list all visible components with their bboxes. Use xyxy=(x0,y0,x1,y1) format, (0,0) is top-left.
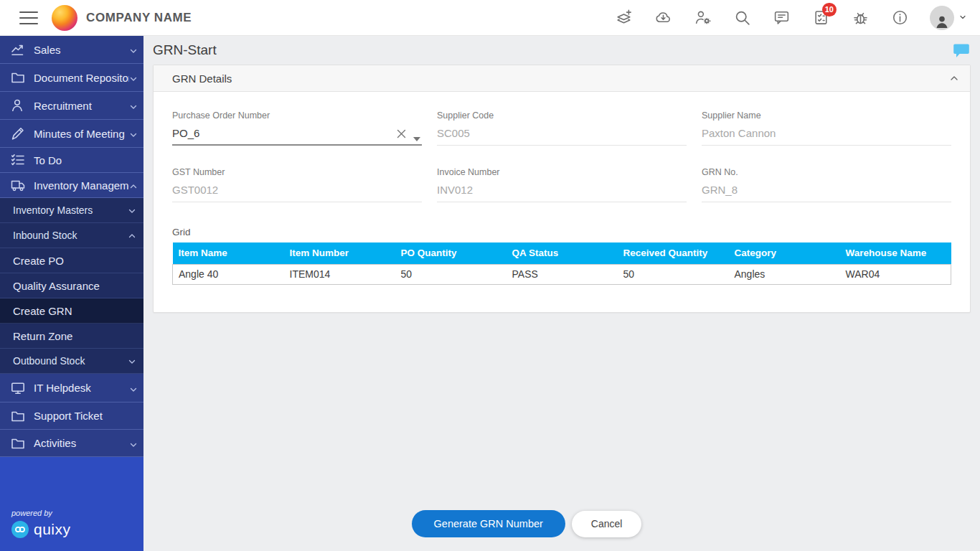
sidebar-item-inbound-stock[interactable]: Inbound Stock xyxy=(0,223,143,248)
gst-number-input[interactable]: GST0012 xyxy=(172,184,422,202)
powered-by-block: powered by quixy xyxy=(0,509,143,551)
chevron-down-icon xyxy=(128,206,136,215)
sidebar-item-sales[interactable]: Sales xyxy=(0,36,143,64)
inventory-submenu: Inventory Masters Inbound Stock Create P… xyxy=(0,198,143,374)
feedback-chat-icon[interactable] xyxy=(772,9,791,27)
action-bar: Generate GRN Number Cancel xyxy=(143,510,980,537)
cloud-download-icon[interactable] xyxy=(654,9,672,27)
field-value: Paxton Cannon xyxy=(702,127,951,139)
cancel-button[interactable]: Cancel xyxy=(572,511,642,537)
panel-body: Purchase Order Number PO_6 Supp xyxy=(154,92,970,312)
cell-po-quantity: 50 xyxy=(395,264,507,284)
sidebar-item-outbound-stock[interactable]: Outbound Stock xyxy=(0,349,143,374)
col-item-number: Item Number xyxy=(284,242,395,264)
table-row[interactable]: Angle 40 ITEM014 50 PASS 50 Angles WAR04 xyxy=(173,264,951,284)
chevron-down-icon xyxy=(129,129,138,138)
main-content: GRN-Start GRN Details Purchase Order Num… xyxy=(143,36,980,551)
chevron-down-icon xyxy=(128,357,136,365)
cell-warehouse-name: WAR04 xyxy=(840,264,951,284)
invoice-number-input[interactable]: INV012 xyxy=(437,184,687,202)
quixy-brand-name: quixy xyxy=(34,521,71,538)
cell-item-name: Angle 40 xyxy=(173,264,284,284)
sidebar-item-create-po[interactable]: Create PO xyxy=(0,248,143,273)
quixy-logo-icon xyxy=(11,521,29,538)
field-label: Supplier Name xyxy=(702,110,951,121)
bug-report-icon[interactable] xyxy=(851,9,870,27)
powered-by-label: powered by xyxy=(11,509,143,517)
field-value: GRN_8 xyxy=(702,184,951,196)
items-table: Item Name Item Number PO Quantity QA Sta… xyxy=(172,242,951,285)
table-header-row: Item Name Item Number PO Quantity QA Sta… xyxy=(173,242,951,264)
sidebar-item-inventory-masters[interactable]: Inventory Masters xyxy=(0,198,143,223)
chat-bubble-icon[interactable] xyxy=(953,42,970,58)
monitor-icon xyxy=(10,380,26,396)
chevron-up-icon[interactable] xyxy=(948,72,960,84)
chevron-up-icon xyxy=(128,231,136,240)
truck-icon xyxy=(10,177,26,193)
page-title-row: GRN-Start xyxy=(143,36,980,65)
col-received-quantity: Received Quantity xyxy=(618,242,729,264)
col-item-name: Item Name xyxy=(173,242,284,264)
sidebar-item-activities[interactable]: Activities xyxy=(0,430,143,457)
field-label: Invoice Number xyxy=(437,167,687,177)
field-value: PO_6 xyxy=(172,127,397,139)
cell-category: Angles xyxy=(729,264,840,284)
sidebar-item-support-ticket[interactable]: Support Ticket xyxy=(0,402,143,430)
field-value: SC005 xyxy=(437,127,687,139)
generate-grn-number-button[interactable]: Generate GRN Number xyxy=(412,510,565,537)
todo-list-icon xyxy=(10,152,26,168)
sidebar-item-create-grn[interactable]: Create GRN xyxy=(0,298,143,324)
sidebar-item-inventory-management[interactable]: Inventory Management xyxy=(0,173,143,198)
chevron-up-icon xyxy=(129,181,138,189)
person-icon xyxy=(10,98,26,113)
field-label: Purchase Order Number xyxy=(172,110,422,121)
grid-section: Grid Item Name Item Number PO Quantity Q… xyxy=(172,227,951,285)
dropdown-caret-icon[interactable] xyxy=(413,131,420,136)
add-layers-icon[interactable] xyxy=(614,9,633,27)
cell-item-number: ITEM014 xyxy=(284,264,395,284)
sidebar-item-document-repository[interactable]: Document Repository xyxy=(0,64,143,92)
supplier-name-field: Supplier Name Paxton Cannon xyxy=(702,110,951,146)
grn-no-input[interactable]: GRN_8 xyxy=(702,184,951,202)
folder-icon xyxy=(10,435,26,451)
page-title: GRN-Start xyxy=(153,42,217,58)
clear-icon[interactable] xyxy=(397,128,406,138)
field-value: GST0012 xyxy=(172,184,422,196)
topbar-icon-group: 10 xyxy=(614,6,967,30)
field-value: INV012 xyxy=(437,184,687,196)
hamburger-menu-icon[interactable] xyxy=(19,11,38,24)
search-icon[interactable] xyxy=(732,9,751,27)
cell-received-quantity: 50 xyxy=(618,264,729,284)
col-qa-status: QA Status xyxy=(507,242,618,264)
folder-icon xyxy=(10,70,26,85)
sales-chart-icon xyxy=(10,42,26,57)
sidebar-item-to-do[interactable]: To Do xyxy=(0,148,143,173)
field-label: GRN No. xyxy=(702,167,951,177)
chevron-down-icon xyxy=(129,439,138,448)
info-icon[interactable] xyxy=(890,9,909,27)
sidebar-item-return-zone[interactable]: Return Zone xyxy=(0,324,143,349)
sidebar-item-quality-assurance[interactable]: Quality Assurance xyxy=(0,273,143,298)
supplier-code-input[interactable]: SC005 xyxy=(437,127,687,146)
purchase-order-number-field: Purchase Order Number PO_6 xyxy=(172,110,422,146)
grid-label: Grid xyxy=(172,227,951,237)
user-settings-icon[interactable] xyxy=(693,9,712,27)
sidebar-item-minutes-of-meeting[interactable]: Minutes of Meeting xyxy=(0,120,143,148)
sidebar-item-it-helpdesk[interactable]: IT Helpdesk xyxy=(0,374,143,402)
purchase-order-number-input[interactable]: PO_6 xyxy=(172,127,422,146)
chevron-down-icon xyxy=(129,101,138,110)
chevron-down-icon xyxy=(129,73,138,82)
field-label: Supplier Code xyxy=(437,110,687,121)
user-avatar-menu[interactable] xyxy=(930,6,967,30)
fields-grid: Purchase Order Number PO_6 Supp xyxy=(172,110,951,202)
col-po-quantity: PO Quantity xyxy=(395,242,507,264)
supplier-name-input[interactable]: Paxton Cannon xyxy=(702,127,951,146)
sidebar-item-recruitment[interactable]: Recruitment xyxy=(0,92,143,120)
grn-no-field: GRN No. GRN_8 xyxy=(702,167,951,202)
chevron-down-icon xyxy=(958,11,967,24)
invoice-number-field: Invoice Number INV012 xyxy=(437,167,687,202)
panel-header[interactable]: GRN Details xyxy=(154,65,970,92)
sidebar: Sales Document Repository Recruitment xyxy=(0,36,143,551)
panel-title: GRN Details xyxy=(172,72,948,85)
task-list-icon[interactable]: 10 xyxy=(811,9,830,27)
